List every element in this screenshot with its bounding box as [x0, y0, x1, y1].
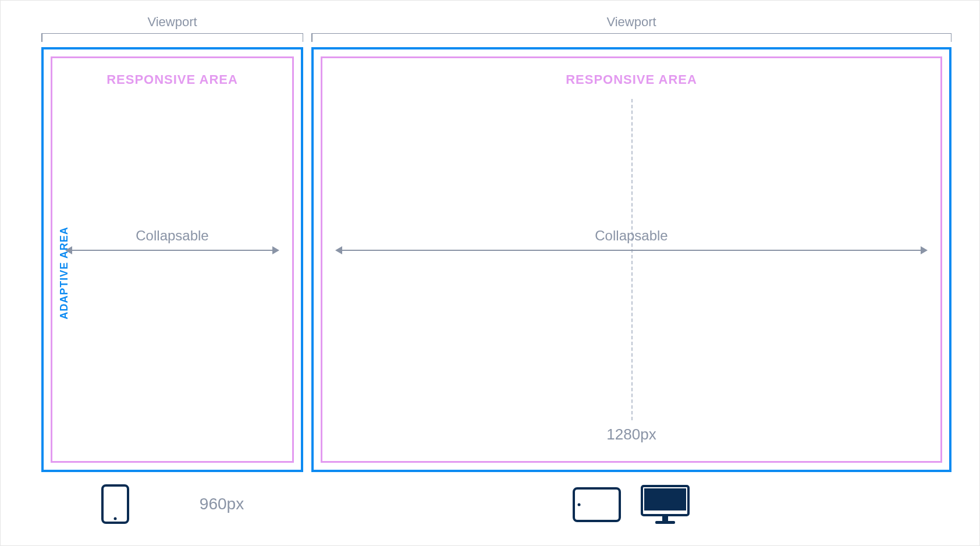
- center-width-label: 1280px: [606, 426, 656, 444]
- footer-large: [311, 484, 951, 526]
- width-label-small: 960px: [200, 495, 244, 513]
- tablet-landscape-icon: [572, 487, 622, 523]
- responsive-title-large: RESPONSIVE AREA: [322, 72, 940, 87]
- double-arrow-icon: [336, 250, 926, 251]
- collapsable-label-large: Collapsable: [334, 228, 929, 244]
- tablet-portrait-icon: [101, 484, 130, 524]
- collapsable-group-small: Collapsable: [64, 228, 280, 251]
- adaptive-box-small: RESPONSIVE AREA Collapsable: [41, 47, 303, 472]
- svg-rect-5: [644, 488, 686, 510]
- double-arrow-icon: [66, 250, 278, 251]
- desktop-monitor-icon: [639, 484, 691, 526]
- footer-row: 960px: [41, 484, 950, 530]
- svg-point-3: [577, 504, 580, 506]
- footer-small: 960px: [41, 484, 303, 524]
- responsive-box-small: RESPONSIVE AREA Collapsable: [51, 56, 294, 463]
- collapsable-label-small: Collapsable: [64, 228, 280, 244]
- center-dashed-line-icon: [631, 99, 633, 420]
- adaptive-row: RESPONSIVE AREA Collapsable RESPONSIVE A…: [41, 47, 951, 472]
- viewport-bracket-right: Viewport: [311, 15, 951, 38]
- svg-rect-2: [574, 488, 620, 521]
- responsive-title-small: RESPONSIVE AREA: [52, 72, 292, 87]
- viewport-label-left: Viewport: [41, 15, 303, 30]
- svg-rect-0: [102, 485, 128, 523]
- svg-rect-6: [662, 516, 668, 521]
- responsive-box-large: RESPONSIVE AREA Collapsable 1280px: [321, 56, 942, 463]
- viewport-bracket-left: Viewport: [41, 15, 303, 38]
- viewport-label-right: Viewport: [311, 15, 951, 30]
- svg-point-1: [113, 517, 116, 520]
- adaptive-box-large: RESPONSIVE AREA Collapsable 1280px: [311, 47, 951, 472]
- bracket-line-icon: [311, 33, 951, 41]
- collapsable-group-large: Collapsable: [334, 228, 929, 251]
- svg-rect-7: [655, 521, 675, 524]
- bracket-line-icon: [41, 33, 303, 41]
